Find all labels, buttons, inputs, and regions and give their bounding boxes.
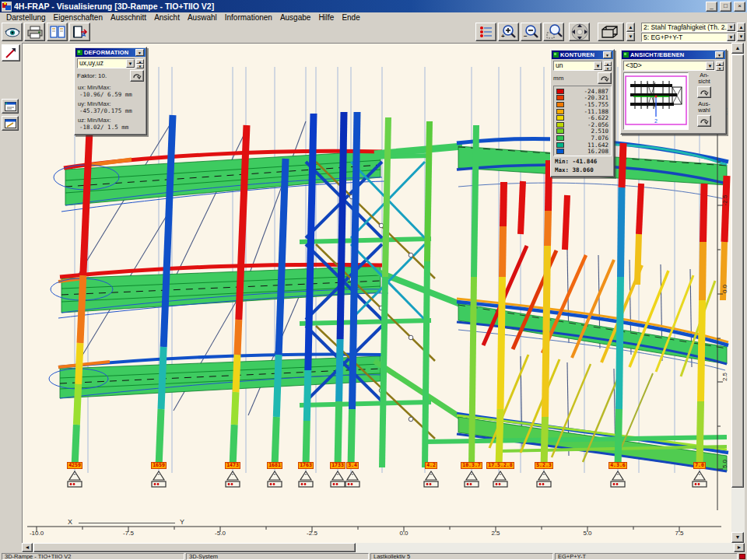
- close-button[interactable]: ×: [734, 2, 745, 12]
- panel-collapse-icon[interactable]: ▼: [135, 49, 144, 56]
- support-symbol: 1763: [290, 456, 321, 490]
- x-tick-label: 5.0: [576, 530, 599, 537]
- loadcase-combo[interactable]: 5: EG+P+Y-T ▼: [641, 33, 736, 42]
- support-reaction-badge: 1763: [298, 462, 314, 469]
- apply-arrow-icon: [132, 72, 142, 79]
- spinner-up-icon[interactable]: ▲: [626, 23, 635, 32]
- chevron-down-icon[interactable]: ▼: [727, 33, 735, 41]
- color-swatch: [556, 135, 564, 141]
- menu-bar: DarstellungEigenschaftenAusschnittAnsich…: [0, 12, 747, 22]
- support-triangle-icon: [686, 470, 714, 490]
- support-symbol: 4.3.6: [602, 456, 633, 490]
- loadcase-combo-value: 5: EG+P+Y-T: [644, 33, 682, 41]
- deformation-panel-titlebar[interactable]: DEFORMATION ▼: [75, 48, 146, 57]
- konturen-panel[interactable]: KONTUREN ▼ un ▼ ▲▼ mm -24.887-20.321-15.…: [550, 49, 615, 177]
- apply-deformation-button[interactable]: [130, 70, 144, 82]
- color-scale-row: 11.642: [556, 142, 609, 149]
- support-symbol: 4.2: [416, 456, 447, 490]
- exit-button[interactable]: A: [69, 23, 90, 41]
- color-scale-row: -6.622: [556, 114, 609, 121]
- spinner-down-icon[interactable]: ▼: [737, 32, 745, 41]
- catalog-icon: [49, 25, 66, 39]
- zoom-window-button[interactable]: [543, 23, 564, 41]
- view-3d-button[interactable]: [598, 23, 624, 41]
- pan-button[interactable]: [569, 23, 590, 41]
- horizontal-scrollbar[interactable]: ◄ ►: [22, 543, 745, 553]
- horizontal-scroll-thumb[interactable]: [33, 543, 356, 552]
- deformation-panel[interactable]: DEFORMATION ▼ ux,uy,uz ▼ ▲▼ Faktor: 10. …: [74, 47, 147, 135]
- panel-collapse-icon[interactable]: ▼: [603, 51, 612, 58]
- color-swatch: [556, 128, 564, 134]
- y-tick-label: 0.0: [721, 281, 728, 298]
- menu-item-ausschnitt[interactable]: Ausschnitt: [107, 13, 150, 22]
- color-swatch: [556, 142, 564, 148]
- apply-konturen-button[interactable]: [598, 72, 612, 84]
- color-scale: -24.887-20.321-15.755-11.188-6.622-2.056…: [553, 86, 612, 156]
- view-panel-spinner[interactable]: ▲▼: [716, 61, 724, 71]
- support-reaction-badge: 3.4: [346, 462, 359, 469]
- ansicht-panel-titlebar[interactable]: ANSICHT/EBENEN ▼: [622, 51, 725, 59]
- result-combo[interactable]: 2: Stahl Tragfähigkeit (Th. 2. O ▼: [641, 23, 736, 32]
- panel-collapse-icon[interactable]: ▼: [715, 51, 724, 58]
- hinged-diagonals: [316, 162, 435, 439]
- auswahl-apply-button[interactable]: [697, 115, 711, 127]
- print-icon: [26, 25, 44, 39]
- select-tool-button[interactable]: [2, 44, 20, 61]
- chevron-down-icon[interactable]: ▼: [727, 23, 735, 31]
- vertical-scroll-thumb[interactable]: [731, 54, 744, 488]
- support-reaction-badge: 17.5.2.8: [486, 462, 514, 469]
- scroll-up-icon[interactable]: ▲: [731, 43, 744, 54]
- zoom-in-button[interactable]: +: [498, 23, 519, 41]
- support-reaction-badge: 4.3.6: [608, 462, 627, 469]
- preview-button[interactable]: [2, 23, 23, 41]
- panel-icon: [77, 50, 82, 55]
- chevron-down-icon[interactable]: ▼: [126, 59, 135, 68]
- zoom-out-button[interactable]: −: [521, 23, 542, 41]
- view-combo[interactable]: <3D> ▼: [623, 61, 715, 71]
- deformation-spinner[interactable]: ▲▼: [136, 59, 144, 68]
- view-spinner[interactable]: ▲▼: [626, 23, 635, 41]
- ansicht-panel[interactable]: ANSICHT/EBENEN ▼ <3D> ▼ ▲▼: [620, 49, 727, 135]
- zoom-in-icon: +: [500, 24, 517, 40]
- window-3d-button[interactable]: [2, 99, 19, 114]
- left-tool-strip: [0, 43, 22, 543]
- ansicht-apply-button[interactable]: [697, 86, 711, 98]
- maximize-button[interactable]: □: [720, 2, 731, 12]
- spinner-up-icon[interactable]: ▲: [737, 23, 745, 32]
- app-icon: [2, 2, 12, 12]
- support-triangle-icon: [458, 470, 486, 490]
- window-edit-button[interactable]: [2, 116, 19, 131]
- scroll-left-icon[interactable]: ◄: [22, 543, 33, 552]
- menu-item-hilfe[interactable]: Hilfe: [314, 13, 338, 22]
- menu-item-ansicht[interactable]: Ansicht: [150, 13, 184, 22]
- color-swatch: [556, 95, 564, 100]
- numbering-button[interactable]: [475, 23, 496, 41]
- support-symbol: 10.3.7: [456, 456, 487, 490]
- chevron-down-icon[interactable]: ▼: [594, 61, 602, 70]
- menu-item-ende[interactable]: Ende: [338, 13, 363, 22]
- support-symbol: 17.5.2.8: [485, 456, 516, 490]
- chevron-down-icon[interactable]: ▼: [706, 61, 714, 70]
- menu-item-ausgabe[interactable]: Ausgabe: [276, 13, 314, 22]
- catalog-button[interactable]: [47, 23, 68, 41]
- menu-item-darstellung[interactable]: Darstellung: [2, 13, 50, 22]
- vertical-scrollbar[interactable]: ▲ ▼: [731, 43, 745, 543]
- view-preview[interactable]: 2: [623, 72, 689, 130]
- minimize-button[interactable]: _: [706, 2, 717, 12]
- konturen-spinner[interactable]: ▲▼: [604, 61, 612, 71]
- loadcase-spinner[interactable]: ▲▼: [737, 23, 745, 41]
- title-bar: 4H-FRAP - Visualisierung [3D-Rampe - TIO…: [0, 0, 747, 12]
- scroll-down-icon[interactable]: ▼: [731, 532, 744, 543]
- spinner-down-icon[interactable]: ▼: [626, 32, 635, 41]
- scroll-right-icon[interactable]: ►: [734, 543, 745, 552]
- window-title: 4H-FRAP - Visualisierung [3D-Rampe - TIO…: [14, 2, 703, 11]
- menu-item-eigenschaften[interactable]: Eigenschaften: [50, 13, 107, 22]
- support-symbol: 5.2.3: [528, 456, 559, 490]
- menu-item-informationen[interactable]: Informationen: [221, 13, 276, 22]
- print-button[interactable]: [24, 23, 45, 41]
- factor-label: Faktor: 10.: [77, 72, 107, 79]
- konturen-combo[interactable]: un ▼: [553, 61, 603, 71]
- konturen-panel-titlebar[interactable]: KONTUREN ▼: [552, 51, 613, 59]
- deformation-combo[interactable]: ux,uy,uz ▼: [77, 58, 135, 68]
- menu-item-auswahl[interactable]: Auswahl: [184, 13, 221, 22]
